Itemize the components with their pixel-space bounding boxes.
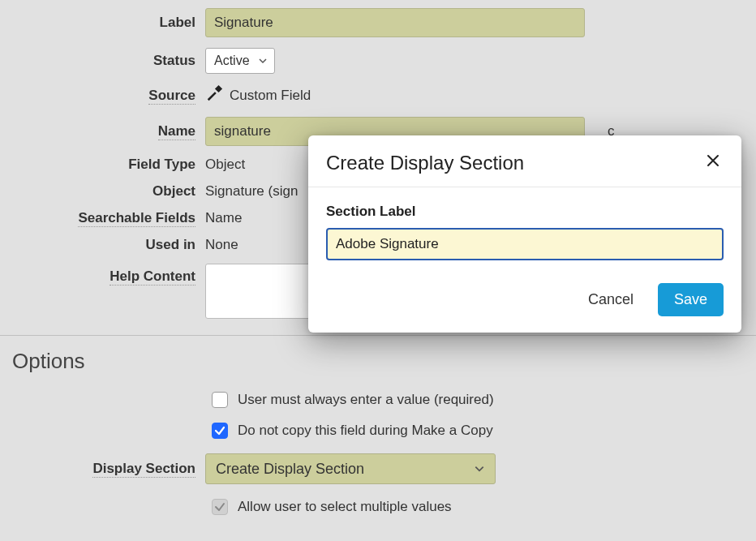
cancel-button[interactable]: Cancel — [583, 285, 638, 315]
section-label-input[interactable] — [326, 228, 724, 260]
label-for-used-in: Used in — [0, 237, 205, 253]
source-value: Custom Field — [230, 88, 311, 104]
status-select[interactable]: Active — [205, 48, 275, 74]
hammer-icon — [205, 84, 223, 106]
searchable-value: Name — [205, 210, 242, 226]
label-for-searchable: Searchable Fields — [0, 210, 205, 226]
save-button[interactable]: Save — [658, 283, 724, 316]
no-copy-checkbox-label: Do not copy this field during Make a Cop… — [238, 423, 493, 439]
field-type-value: Object — [205, 157, 245, 173]
label-for-source: Source — [0, 88, 205, 104]
create-display-section-modal: Create Display Section Section Label Can… — [308, 135, 741, 333]
chevron-down-icon — [474, 463, 485, 474]
label-for-object: Object — [0, 183, 205, 200]
required-checkbox-label: User must always enter a value (required… — [238, 392, 494, 408]
label-for-field-type: Field Type — [0, 157, 205, 173]
section-label-label: Section Label — [326, 204, 724, 220]
label-for-display-section: Display Section — [0, 461, 205, 477]
display-section-select[interactable]: Create Display Section — [205, 453, 496, 484]
status-select-value: Active — [214, 54, 250, 68]
options-heading: Options — [12, 349, 756, 374]
multi-select-checkbox — [212, 499, 228, 515]
label-input[interactable] — [205, 8, 585, 37]
chevron-down-icon — [258, 56, 268, 66]
display-section-select-value: Create Display Section — [216, 461, 364, 478]
required-checkbox[interactable] — [212, 392, 228, 408]
multi-select-checkbox-label: Allow user to select multiple values — [238, 499, 452, 515]
label-for-label: Label — [0, 15, 205, 31]
close-icon[interactable] — [702, 150, 724, 175]
label-for-status: Status — [0, 53, 205, 69]
modal-title: Create Display Section — [326, 152, 524, 174]
label-for-name: Name — [0, 123, 205, 140]
no-copy-checkbox[interactable] — [212, 423, 228, 439]
label-for-help-content: Help Content — [0, 264, 205, 285]
used-in-value: None — [205, 237, 238, 253]
object-value: Signature (sign — [205, 183, 298, 200]
section-divider — [0, 335, 756, 336]
